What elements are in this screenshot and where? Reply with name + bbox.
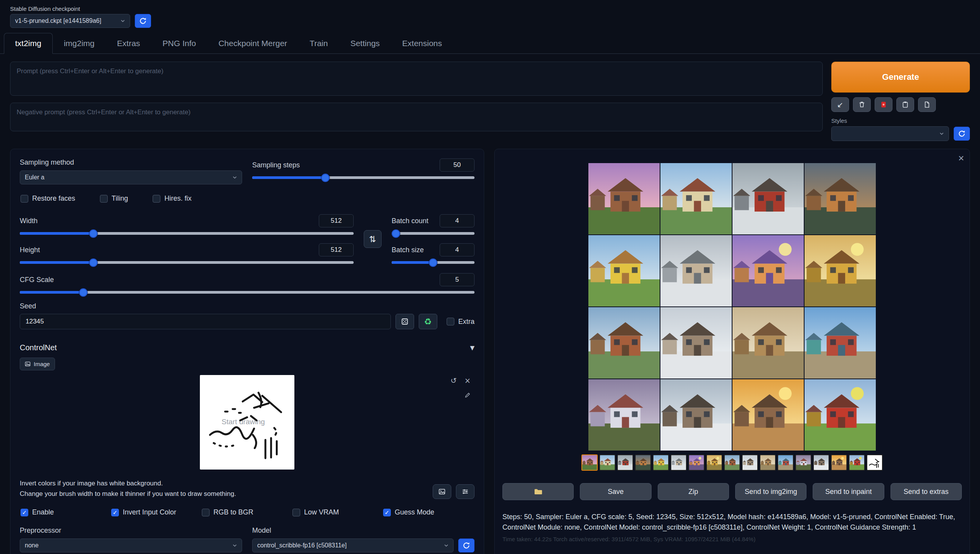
gallery-thumbnail[interactable] xyxy=(742,454,758,471)
chevron-down-icon xyxy=(232,542,238,549)
preprocessor-select[interactable]: none xyxy=(20,539,242,552)
zip-button[interactable]: Zip xyxy=(658,483,729,500)
gallery-image[interactable] xyxy=(660,163,732,234)
gallery-thumbnail[interactable] xyxy=(671,454,687,471)
image-icon xyxy=(438,488,445,495)
send-to-inpaint-button[interactable]: Send to inpaint xyxy=(813,483,884,500)
gallery-thumbnail[interactable] xyxy=(599,454,616,471)
gallery-thumbnail[interactable] xyxy=(617,454,633,471)
gallery-thumbnail[interactable] xyxy=(760,454,776,471)
close-gallery-button[interactable]: × xyxy=(958,153,964,163)
extra-networks-button[interactable] xyxy=(875,97,892,112)
gallery-image[interactable] xyxy=(805,307,876,379)
save-style-button[interactable] xyxy=(918,97,936,112)
styles-select[interactable] xyxy=(831,126,949,141)
generate-button[interactable]: Generate xyxy=(831,62,970,93)
random-seed-button[interactable] xyxy=(395,314,414,329)
checkbox-guess-mode[interactable]: Guess Mode xyxy=(383,508,474,516)
tab-settings[interactable]: Settings xyxy=(339,33,391,54)
cfg-scale-slider[interactable] xyxy=(20,291,475,294)
checkbox-rgb-to-bgr[interactable]: RGB to BGR xyxy=(202,508,292,516)
controlnet-header[interactable]: ControlNet ▼ xyxy=(20,343,475,352)
brush-button[interactable] xyxy=(461,390,474,401)
gallery-image[interactable] xyxy=(588,163,660,234)
gallery-thumbnail[interactable] xyxy=(688,454,705,471)
height-input[interactable]: 512 xyxy=(319,243,354,256)
tab-extras[interactable]: Extras xyxy=(106,33,151,54)
checkbox-restore-faces[interactable]: Restore faces xyxy=(21,194,75,203)
gallery-thumbnail[interactable] xyxy=(635,454,651,471)
tab-checkpoint-merger[interactable]: Checkpoint Merger xyxy=(207,33,298,54)
open-image-button[interactable] xyxy=(433,484,451,499)
batch-size-slider[interactable] xyxy=(392,261,475,264)
refresh-checkpoint-button[interactable] xyxy=(135,14,151,28)
gallery-image[interactable] xyxy=(588,379,660,451)
tab-train[interactable]: Train xyxy=(298,33,339,54)
gallery-image[interactable] xyxy=(588,235,660,306)
clear-canvas-button[interactable]: × xyxy=(461,375,474,386)
drawing-canvas[interactable]: Start drawing xyxy=(200,375,294,470)
batch-count-slider[interactable] xyxy=(392,232,475,235)
width-input[interactable]: 512 xyxy=(319,214,354,227)
tab-img2img[interactable]: img2img xyxy=(53,33,106,54)
gallery-thumbnail[interactable] xyxy=(777,454,794,471)
prompt-input[interactable] xyxy=(10,62,823,96)
tab-png-info[interactable]: PNG Info xyxy=(151,33,207,54)
batch-size-input[interactable]: 4 xyxy=(440,243,475,256)
undo-button[interactable]: ↺ xyxy=(447,375,460,386)
gallery-image[interactable] xyxy=(660,379,732,451)
adjust-brush-button[interactable] xyxy=(456,484,475,499)
gallery-thumbnail[interactable] xyxy=(813,454,829,471)
controlnet-image-tab[interactable]: Image xyxy=(20,358,55,370)
tab-extensions[interactable]: Extensions xyxy=(391,33,453,54)
gallery-image[interactable] xyxy=(805,379,876,451)
save-button[interactable]: Save xyxy=(580,483,651,500)
negative-prompt-input[interactable] xyxy=(10,103,823,131)
gallery-image[interactable] xyxy=(588,307,660,379)
checkpoint-select[interactable]: v1-5-pruned.ckpt [e1441589a6] xyxy=(10,14,130,28)
gallery-thumbnail[interactable] xyxy=(724,454,740,471)
checkbox-hires-fix[interactable]: Hires. fix xyxy=(153,194,191,203)
open-folder-button[interactable] xyxy=(502,483,574,500)
send-to-img2img-button[interactable]: Send to img2img xyxy=(735,483,806,500)
clear-prompt-button[interactable] xyxy=(853,97,871,112)
controlnet-model-select[interactable]: control_scribble-fp16 [c508311e] xyxy=(252,539,454,552)
gallery-image[interactable] xyxy=(805,235,876,306)
batch-count-input[interactable]: 4 xyxy=(440,214,475,227)
send-to-extras-button[interactable]: Send to extras xyxy=(891,483,962,500)
sampling-method-select[interactable]: Euler a xyxy=(20,170,242,184)
gallery-image[interactable] xyxy=(732,307,804,379)
gallery-image[interactable] xyxy=(732,163,804,234)
swap-dimensions-button[interactable]: ⇅ xyxy=(364,230,382,248)
apply-style-button[interactable] xyxy=(896,97,914,112)
checkbox-enable[interactable]: Enable xyxy=(21,508,111,516)
checkbox-extra[interactable]: Extra xyxy=(447,318,475,326)
gallery-thumbnail[interactable] xyxy=(653,454,669,471)
gallery-thumbnail[interactable] xyxy=(581,454,598,471)
gallery-thumbnail[interactable] xyxy=(706,454,722,471)
gallery-image[interactable] xyxy=(732,379,804,451)
gallery-image[interactable] xyxy=(660,307,732,379)
height-slider[interactable] xyxy=(20,261,354,264)
reuse-seed-button[interactable]: ♻ xyxy=(419,314,437,329)
sampling-steps-input[interactable]: 50 xyxy=(440,158,475,172)
sampling-steps-slider[interactable] xyxy=(252,176,475,179)
refresh-styles-button[interactable] xyxy=(954,127,970,141)
cfg-scale-input[interactable]: 5 xyxy=(440,273,475,286)
checkbox-tiling[interactable]: Tiling xyxy=(100,194,128,203)
refresh-models-button[interactable] xyxy=(458,539,475,552)
tab-txt2img[interactable]: txt2img xyxy=(4,33,53,54)
gallery-thumbnail[interactable] xyxy=(795,454,812,471)
gallery-image[interactable] xyxy=(805,163,876,234)
gallery-thumbnail[interactable] xyxy=(831,454,847,471)
seed-input[interactable]: 12345 xyxy=(20,314,391,329)
checkbox-low-vram[interactable]: Low VRAM xyxy=(292,508,383,516)
gallery-image[interactable] xyxy=(732,235,804,306)
sampling-method-label: Sampling method xyxy=(20,158,242,167)
gallery-thumbnail[interactable] xyxy=(867,454,883,471)
gallery-thumbnail[interactable] xyxy=(849,454,865,471)
checkbox-invert-input-color[interactable]: Invert Input Color xyxy=(111,508,202,516)
gallery-image[interactable] xyxy=(660,235,732,306)
read-params-button[interactable]: ↙ xyxy=(831,97,849,112)
width-slider[interactable] xyxy=(20,232,354,235)
